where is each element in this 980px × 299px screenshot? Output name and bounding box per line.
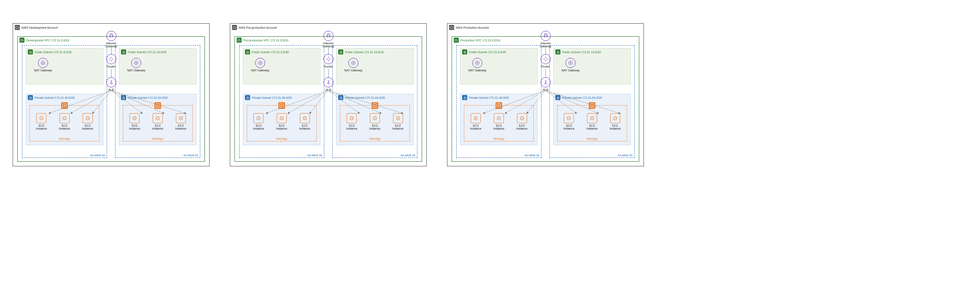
public-subnet-label: Public Subnet 172.31.0.0/20 [35, 51, 72, 54]
lock-icon [338, 49, 343, 54]
alb: ALB [102, 77, 121, 91]
account-header: AWS Pre-production Account [230, 24, 278, 31]
router-label: Router [102, 65, 121, 68]
ec2-instance: EC2 Instance [172, 113, 189, 130]
svg-rect-53 [498, 117, 500, 120]
vpc-icon [237, 38, 242, 43]
webapp-label: WebApp [340, 137, 409, 140]
nat-gateway: NAT Gateway [465, 58, 490, 72]
availability-zone: Public Subnet 172.31.0.0/20 NAT Gateway … [456, 45, 541, 158]
public-subnet: Public Subnet 172.31.0.0/20 NAT Gateway [26, 48, 103, 84]
svg-point-62 [545, 81, 546, 82]
svg-rect-35 [350, 117, 353, 120]
internet-gateway-icon [106, 31, 116, 41]
az-label: eu-west-1b [618, 154, 633, 157]
private-subnet-label: Private Subnet 172.31.64.0/20 [345, 96, 385, 99]
ec2-instance: EC2 Instance [490, 113, 507, 130]
auto-scaling-group-icon [278, 102, 285, 109]
connector-line [328, 69, 328, 77]
svg-point-64 [545, 84, 546, 84]
svg-rect-4 [40, 117, 43, 120]
svg-rect-55 [557, 52, 559, 53]
svg-rect-48 [464, 52, 466, 53]
webapp-label: WebApp [247, 137, 316, 140]
svg-rect-5 [63, 117, 66, 120]
nat-gateway-label: NAT Gateway [341, 69, 366, 72]
webapp-label: WebApp [557, 137, 627, 140]
availability-zone: Public Subnet 172.31.16.0/20 NAT Gateway… [332, 45, 417, 158]
ec2-instance: EC2 Instance [366, 113, 383, 130]
svg-rect-50 [464, 98, 466, 99]
cloud-icon [449, 25, 454, 30]
lock-icon [28, 95, 33, 100]
private-subnet: Private Subnet 172.31.64.0/20 EC2 Instan… [336, 94, 414, 145]
svg-point-38 [328, 81, 329, 82]
aws-account: AWS Pre-production Account Pre-productio… [230, 23, 427, 166]
private-subnet-header: Private Subnet 172.31.48.0/20 [26, 94, 76, 101]
router-label: Router [319, 65, 338, 68]
public-subnet: Public Subnet 172.31.16.0/20 NAT Gateway [553, 48, 631, 84]
az-label: eu-west-1a [525, 154, 539, 157]
svg-rect-13 [180, 117, 182, 120]
svg-rect-60 [591, 117, 593, 120]
nat-gateway-label: NAT Gateway [30, 69, 56, 72]
ec2-label: EC2 Instance [560, 124, 577, 130]
ec2-icon [564, 113, 574, 123]
ec2-label: EC2 Instance [607, 124, 624, 130]
svg-point-41 [329, 84, 330, 84]
availability-zone: Public Subnet 172.31.16.0/20 NAT Gateway… [549, 45, 635, 158]
router-icon [323, 54, 334, 64]
webapp-label: WebApp [30, 137, 99, 140]
lock-icon [555, 95, 560, 100]
ec2-instance: EC2 Instance [126, 113, 143, 130]
ec2-label: EC2 Instance [79, 124, 96, 130]
vpc-title: Development VPC 172.31.0.0/16 [26, 39, 69, 42]
ec2-icon [300, 113, 310, 123]
private-subnet-header: Private Subnet 172.31.64.0/20 [119, 94, 170, 101]
ec2-instance: EC2 Instance [607, 113, 624, 130]
private-subnet: Private Subnet 172.31.48.0/20 EC2 Instan… [243, 94, 320, 145]
auto-scaling-group: EC2 InstanceEC2 InstanceEC2 Instance Web… [340, 105, 410, 141]
account-title: AWS Production Account [456, 26, 489, 29]
availability-zone: Public Subnet 172.31.0.0/20 NAT Gateway … [22, 45, 107, 158]
ec2-instance: EC2 Instance [390, 113, 407, 130]
nat-gateway-label: NAT Gateway [248, 69, 273, 72]
aws-account: AWS Development Account Development VPC … [13, 23, 210, 166]
ec2-icon [471, 113, 481, 123]
ec2-label: EC2 Instance [126, 124, 143, 130]
svg-rect-37 [397, 117, 399, 120]
ec2-instance: EC2 Instance [514, 113, 530, 130]
internet-gateway-icon [323, 31, 334, 41]
ec2-icon [370, 113, 380, 123]
nat-gateway-icon [255, 58, 265, 68]
connector-line [328, 45, 328, 54]
ec2-icon [517, 113, 527, 123]
connector-line [545, 69, 546, 77]
ec2-label: EC2 Instance [467, 124, 484, 130]
ec2-label: EC2 Instance [172, 124, 189, 130]
vpc-header: Pre-production VPC 172.31.0.0/16 [235, 37, 290, 43]
ec2-label: EC2 Instance [149, 124, 166, 130]
svg-rect-11 [133, 117, 136, 120]
svg-rect-6 [86, 117, 89, 120]
lock-icon [121, 49, 126, 54]
account-header: AWS Development Account [13, 24, 59, 31]
router: Router [536, 54, 555, 68]
svg-point-17 [112, 84, 113, 84]
lock-icon [462, 95, 467, 100]
ec2-icon [153, 113, 163, 123]
svg-rect-33 [340, 98, 342, 99]
svg-rect-2 [30, 98, 32, 99]
nat-gateway-icon [38, 58, 48, 68]
alb-label: ALB [536, 88, 555, 91]
ec2-instance: EC2 Instance [343, 113, 360, 130]
svg-rect-7 [123, 52, 125, 53]
ec2-instance: EC2 Instance [560, 113, 577, 130]
lock-icon [245, 49, 250, 54]
auto-scaling-group: EC2 InstanceEC2 InstanceEC2 Instance Web… [557, 105, 627, 141]
lock-icon [462, 49, 467, 54]
connector-line [545, 45, 546, 54]
svg-point-40 [328, 84, 328, 84]
ec2-icon [83, 113, 93, 123]
vpc-header: Development VPC 172.31.0.0/16 [18, 37, 71, 43]
